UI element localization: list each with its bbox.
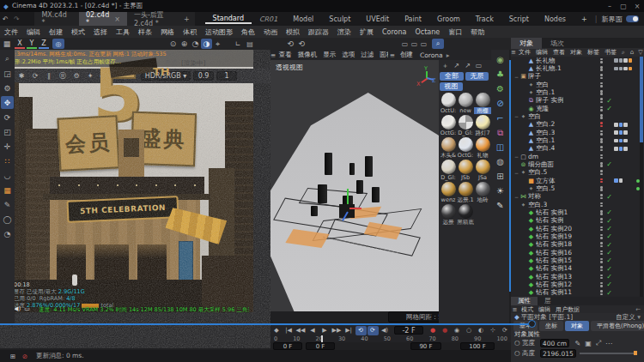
menu-item[interactable]: Corona (378, 28, 410, 36)
manager-tab[interactable]: 场次 (542, 38, 573, 49)
grid-toggle-icon[interactable]: ▤ (244, 40, 256, 48)
gizmo-y-axis[interactable] (347, 189, 349, 204)
object-row[interactable]: ⌖ 空白 ✓ (511, 81, 640, 88)
object-row[interactable]: − ⌖ 空白 ✓ (511, 112, 640, 120)
enabled-check-icon[interactable]: ✓ (605, 208, 613, 216)
object-row[interactable]: ◆ 钻石 实例13 ✓ (511, 273, 640, 281)
pen-tool-icon[interactable]: ✎ (1, 198, 14, 211)
object-row[interactable]: ◆ 钻石 实例11 ✓ (511, 289, 640, 297)
document-tab[interactable]: 02.c4d *× (79, 12, 127, 26)
axis-lock-button[interactable]: Y (27, 39, 37, 49)
远景.1[interactable]: 远景.1 (457, 181, 474, 203)
object-row[interactable]: ⌖ 空白.3 ✓ (511, 201, 640, 208)
coordinate-system-icon[interactable]: ◎ (52, 39, 64, 49)
visibility-dots[interactable] (600, 170, 605, 176)
snap-tool-icon[interactable]: ∷ (1, 154, 14, 167)
rotate-tool-icon[interactable]: ⟳ (1, 111, 14, 124)
generator-palette-icon[interactable]: ⚙ (494, 82, 507, 95)
layout-tab[interactable]: Nodes (537, 15, 574, 23)
error-icon[interactable]: ⊘ (19, 353, 31, 360)
viewport-1-icon[interactable]: ▭ (400, 40, 410, 48)
vp-menu-item[interactable]: 选项 (339, 51, 358, 59)
close-button[interactable]: × (630, 3, 644, 10)
visibility-dots[interactable] (600, 130, 605, 136)
object-row[interactable]: ▲ 长礼物.1 ✓ (511, 64, 640, 72)
enabled-check-icon[interactable]: ✓ (605, 249, 613, 256)
mat-menu-item[interactable]: 创建 (397, 51, 416, 59)
menu-item[interactable]: 网格 (156, 27, 179, 37)
menu-item[interactable]: 工具 (112, 27, 134, 37)
layout-tab[interactable]: + (574, 15, 595, 23)
tag-icons[interactable] (613, 130, 635, 135)
spline-palette-icon[interactable]: ⊘ (494, 97, 507, 110)
range-slider-line[interactable] (0, 323, 531, 325)
object-row[interactable]: − ▣ 牌子 ✓ (511, 73, 640, 81)
home-icon[interactable]: ⌂ (628, 49, 636, 56)
layout-tab[interactable]: Script (501, 15, 537, 23)
deformer-palette-icon[interactable]: ⊞ (494, 170, 507, 183)
om-menu-item[interactable]: 书签 (602, 48, 619, 57)
expand-icon[interactable]: − (513, 74, 519, 80)
enabled-check-icon[interactable]: ✓ (605, 217, 613, 225)
minimize-button[interactable]: – (603, 3, 617, 10)
visibility-dots[interactable] (600, 178, 605, 184)
assign-material-icon[interactable]: ↗ (451, 62, 462, 69)
menu-item[interactable]: 创建 (45, 27, 67, 37)
enabled-check-icon[interactable]: ✓ (605, 241, 613, 249)
viewport-canvas[interactable]: Y Z X 透视视图 (270, 60, 439, 311)
axis-lock-button[interactable]: X (15, 39, 25, 49)
enabled-check-icon[interactable]: ✓ (605, 225, 613, 232)
路灯7[interactable]: 路灯7 (474, 114, 491, 136)
object-name[interactable]: dm (528, 153, 538, 160)
key-rotation-button[interactable]: ◐ (476, 326, 487, 335)
menu-item[interactable]: 窗口 (444, 27, 466, 37)
menu-item[interactable]: 渲染 (333, 27, 355, 37)
start-frame-field[interactable]: 0 F (273, 342, 302, 350)
grid-tool-icon[interactable]: ▦ (1, 184, 14, 196)
new-layout-button[interactable]: 新界面 (597, 15, 626, 24)
OctU:[interactable]: OctU: (440, 92, 457, 114)
object-row[interactable]: ◆ 钻石 实例19 ✓ (511, 232, 640, 240)
current-frame-field[interactable]: -2 F (394, 326, 423, 335)
D_Gl:[interactable]: D_Gl: (440, 159, 457, 181)
地砖[interactable]: 地砖 (474, 181, 491, 203)
attribute-tab[interactable]: 属性 (511, 297, 538, 305)
search-viewport-icon[interactable]: ⌕ (432, 39, 444, 49)
tag-icons[interactable] (613, 139, 635, 143)
visibility-dots[interactable] (600, 81, 605, 87)
reset-psr-icon[interactable]: ⟲ (285, 39, 296, 48)
layout-tab[interactable]: Groom (429, 15, 468, 23)
attribute-section-tab[interactable]: 对象 (565, 321, 589, 331)
JSb[interactable]: JSb (457, 159, 474, 181)
edit-material-icon[interactable]: ↗ (462, 62, 473, 69)
visibility-dots[interactable] (600, 186, 605, 192)
scale-tool-icon[interactable]: ◰ (1, 125, 14, 138)
om-menu-item[interactable]: 对象 (568, 48, 585, 57)
visibility-dots[interactable] (600, 146, 605, 152)
enabled-check-icon[interactable]: ✓ (605, 105, 613, 112)
menu-item[interactable]: 跟踪器 (304, 27, 333, 37)
more-icon[interactable]: ⋯ (604, 340, 614, 347)
gamma-field[interactable]: 1 (216, 71, 237, 81)
layout-tab[interactable]: Track (468, 15, 501, 23)
volume-palette-icon[interactable]: ◫ (494, 141, 507, 154)
object-row[interactable]: ▲ 空白.3 ✓ (511, 129, 640, 136)
delete-material-icon[interactable]: ▭ (473, 62, 484, 69)
mat-menu-icon[interactable]: ≡ (388, 51, 397, 59)
loop-button[interactable]: ⟲ (355, 326, 367, 335)
field-palette-icon[interactable]: ⌐ (494, 112, 507, 124)
reset-rotation-icon[interactable]: ⟲ (296, 39, 307, 48)
maximize-button[interactable]: ▢ (617, 3, 630, 10)
filter-nolayer-button[interactable]: 无层 (465, 72, 489, 81)
mograph-palette-icon[interactable]: ⧉ (494, 126, 507, 139)
D_Gl:[interactable]: D_Gl: (457, 114, 474, 136)
camera-palette-icon[interactable]: ◉ (494, 53, 507, 66)
黑箱底[interactable]: 黑箱底 (457, 203, 474, 226)
width-field[interactable]: 400 cm (540, 339, 569, 347)
object-row[interactable]: ▲ 空白.4 ✓ (511, 145, 640, 153)
render-settings-icon[interactable]: ⚙ (70, 70, 82, 81)
tag-icons[interactable] (613, 147, 635, 151)
object-row[interactable]: ◆ 钻石 实例18 ✓ (511, 241, 640, 249)
om-menu-item[interactable]: 标签 (585, 48, 602, 57)
key-position-button[interactable]: ◉ (452, 326, 463, 335)
